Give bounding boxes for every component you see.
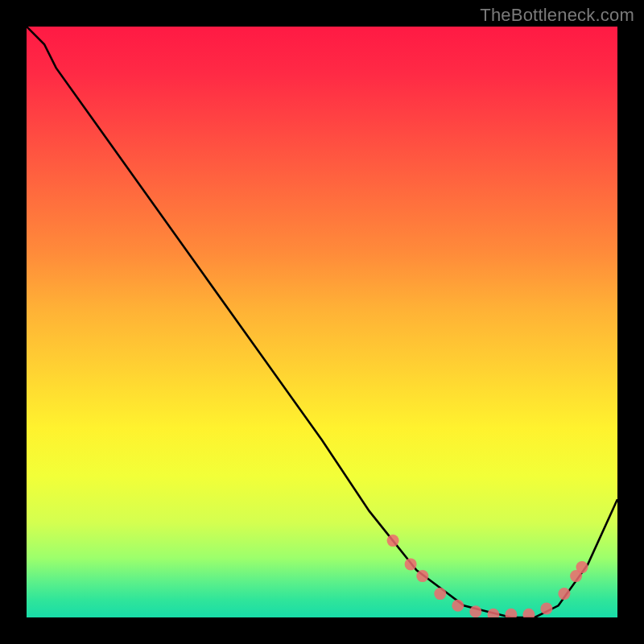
bottleneck-curve (27, 27, 617, 617)
curve-marker (434, 588, 446, 600)
curve-marker (522, 609, 535, 617)
marker-group (387, 535, 588, 617)
curve-marker (469, 605, 481, 617)
chart-frame: TheBottleneck.com (0, 0, 644, 644)
curve-marker (505, 609, 517, 617)
plot-area (27, 27, 617, 617)
watermark-text: TheBottleneck.com (480, 5, 634, 26)
curve-layer (27, 27, 617, 617)
curve-marker (558, 588, 570, 600)
curve-marker (452, 600, 464, 612)
curve-marker (570, 570, 582, 582)
curve-marker (387, 535, 399, 547)
curve-marker (405, 558, 417, 570)
curve-marker (416, 570, 428, 582)
curve-marker (487, 609, 499, 617)
curve-marker (576, 561, 588, 573)
curve-marker (540, 603, 552, 615)
